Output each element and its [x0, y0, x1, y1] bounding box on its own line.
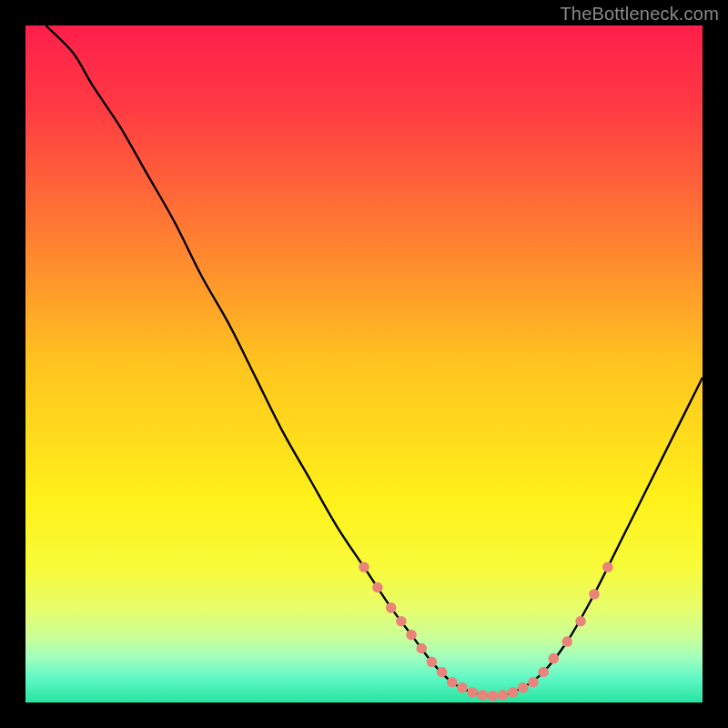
marker-dot — [538, 667, 549, 678]
plot-area — [25, 25, 703, 703]
marker-dot — [549, 653, 560, 664]
marker-dot — [602, 561, 613, 572]
chart-stage: TheBottleneck.com — [0, 0, 728, 728]
curve-layer — [25, 25, 703, 703]
watermark-text: TheBottleneck.com — [560, 4, 719, 25]
marker-dot — [477, 690, 488, 701]
near-zero-markers — [359, 561, 612, 701]
marker-dot — [589, 589, 600, 600]
marker-dot — [575, 616, 586, 627]
marker-dot — [528, 677, 539, 688]
marker-dot — [396, 616, 407, 627]
marker-dot — [406, 630, 417, 641]
marker-dot — [498, 690, 509, 701]
marker-dot — [467, 687, 478, 698]
marker-dot — [488, 691, 499, 702]
marker-dot — [508, 687, 519, 698]
marker-dot — [386, 602, 397, 613]
marker-dot — [437, 667, 448, 678]
marker-dot — [518, 682, 529, 693]
marker-dot — [457, 682, 468, 693]
marker-dot — [561, 636, 572, 647]
marker-dot — [372, 582, 383, 593]
marker-dot — [359, 561, 369, 572]
bottleneck-curve — [46, 25, 703, 696]
marker-dot — [427, 657, 438, 668]
marker-dot — [416, 643, 427, 654]
marker-dot — [447, 677, 458, 688]
